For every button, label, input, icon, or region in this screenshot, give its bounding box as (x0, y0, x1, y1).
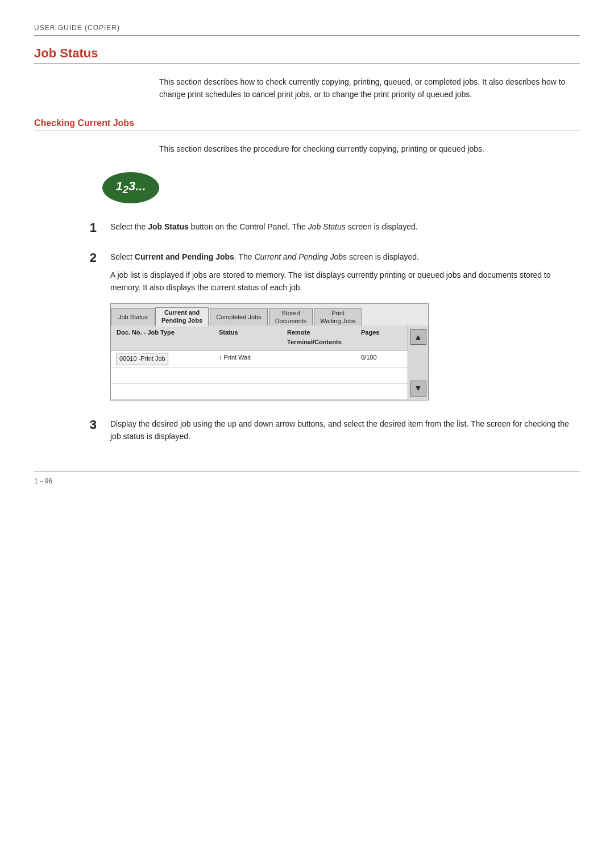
tab-print-waiting[interactable]: PrintWaiting Jobs (314, 308, 362, 326)
doc-box: 00010 -Print Job (117, 353, 168, 365)
tab-stored-documents[interactable]: StoredDocuments (269, 308, 313, 326)
cell-pages: 0/100 (359, 352, 404, 366)
cell-doc: 00010 -Print Job (114, 352, 217, 366)
tab-job-status-label: Job Status (118, 313, 148, 321)
cell-status: ↑ Print Wait (217, 352, 285, 366)
intro-text: This section describes how to check curr… (159, 76, 580, 101)
step-3-number: 3 (68, 418, 97, 432)
page-title: Job Status (34, 46, 98, 60)
breadcrumb: User Guide (Copier) (34, 24, 120, 32)
step-3: 3 Display the desired job using the up a… (68, 418, 580, 449)
icon-123-label: 123... (115, 179, 146, 196)
col-header-pages: Pages (359, 327, 404, 348)
tab-completed-jobs[interactable]: Completed Jobs (210, 308, 268, 326)
tab-current-pending-label: Current andPending Jobs (161, 308, 202, 325)
cell-remote (285, 352, 359, 366)
col-header-doc: Doc. No. - Job Type (114, 327, 217, 348)
page: User Guide (Copier) Job Status This sect… (0, 0, 614, 868)
ui-tabs-row: Job Status Current andPending Jobs Compl… (111, 304, 428, 326)
empty-row-2 (111, 384, 408, 400)
step-2-content: Select Current and Pending Jobs. The Cur… (110, 251, 580, 406)
col-header-status: Status (217, 327, 285, 348)
scroll-up-button[interactable]: ▲ (410, 329, 426, 345)
step-2-number: 2 (68, 251, 97, 265)
step-1-content: Select the Job Status button on the Cont… (110, 220, 580, 239)
subsection-description: This section describes the procedure for… (159, 143, 580, 155)
subsection-divider (34, 131, 580, 131)
icon-123: 123... (102, 172, 159, 203)
step-1-number: 1 (68, 220, 97, 235)
steps-container: 1 Select the Job Status button on the Co… (68, 220, 580, 448)
table-row[interactable]: 00010 -Print Job ↑ Print Wait 0/100 (111, 350, 408, 368)
ui-body: Doc. No. - Job Type Status Remote Termin… (111, 326, 428, 400)
tab-stored-documents-label: StoredDocuments (275, 309, 307, 326)
ui-screenshot-panel: Job Status Current andPending Jobs Compl… (110, 303, 429, 400)
header-section: User Guide (Copier) (34, 23, 580, 36)
ui-table-area: Doc. No. - Job Type Status Remote Termin… (111, 326, 408, 400)
section-divider (34, 63, 580, 64)
ui-table-header: Doc. No. - Job Type Status Remote Termin… (111, 326, 408, 350)
col-header-remote: Remote Terminal/Contents (285, 327, 359, 348)
page-number: 1－96 (34, 477, 52, 485)
empty-row-1 (111, 368, 408, 384)
footer: 1－96 (34, 471, 580, 486)
tab-job-status[interactable]: Job Status (111, 308, 155, 326)
ui-scroll-buttons: ▲ ▼ (408, 326, 428, 400)
tab-completed-jobs-label: Completed Jobs (216, 313, 262, 321)
step-3-content: Display the desired job using the up and… (110, 418, 580, 449)
subsection-title: Checking Current Jobs (34, 118, 134, 128)
steps-icon-area: 123... (68, 172, 580, 203)
step-1: 1 Select the Job Status button on the Co… (68, 220, 580, 239)
tab-current-pending[interactable]: Current andPending Jobs (155, 307, 209, 327)
step-2: 2 Select Current and Pending Jobs. The C… (68, 251, 580, 406)
tab-print-waiting-label: PrintWaiting Jobs (320, 309, 356, 326)
scroll-down-button[interactable]: ▼ (410, 381, 426, 397)
